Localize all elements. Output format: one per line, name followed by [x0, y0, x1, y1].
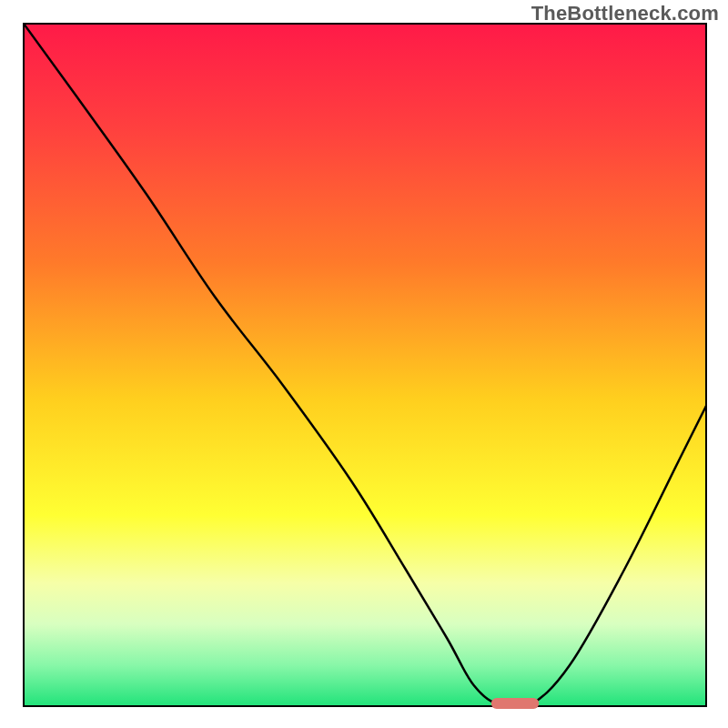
watermark-text: TheBottleneck.com	[531, 2, 719, 25]
chart-frame: TheBottleneck.com	[0, 0, 728, 728]
heat-gradient-background	[24, 24, 706, 706]
bottleneck-chart	[0, 0, 728, 728]
optimal-range-marker	[491, 698, 540, 709]
